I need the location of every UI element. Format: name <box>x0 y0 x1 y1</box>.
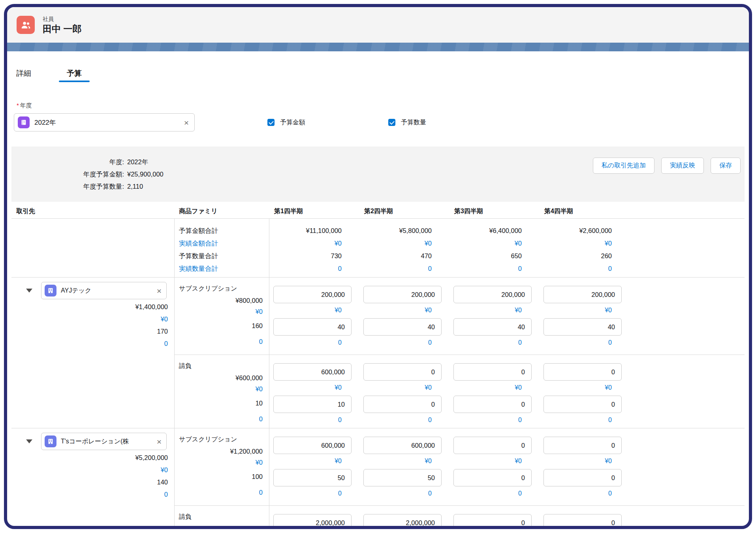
quantity-input-q1[interactable] <box>273 396 352 413</box>
collapse-chevron-icon[interactable] <box>26 289 32 293</box>
summary-year-label: 年度: <box>11 156 124 168</box>
quarter-cell-q4: ¥00 <box>540 355 630 428</box>
quantity-input-q1[interactable] <box>273 469 352 486</box>
amount-input-q1[interactable] <box>273 363 352 381</box>
quantity-input-q3[interactable] <box>453 396 532 413</box>
totals-value: ¥11,100,000 <box>269 224 342 237</box>
employee-icon <box>17 16 35 34</box>
amount-input-q3[interactable] <box>453 437 532 454</box>
account-totals: ¥1,400,000¥01700 <box>11 301 174 350</box>
family-actual-quantity: 0 <box>179 487 263 498</box>
account-pill[interactable]: T'sコーポレーション(株× <box>41 433 167 450</box>
actual-quantity-q2: 0 <box>363 415 442 426</box>
totals-label[interactable]: 実績金額合計 <box>179 237 263 250</box>
quarter-cell-q4 <box>540 506 630 529</box>
quarter-cell-q2 <box>359 506 449 529</box>
summary-amount-label: 年度予算金額: <box>11 168 124 180</box>
account-name: T'sコーポレーション(株 <box>61 437 152 446</box>
account-group: AYJテック×¥1,400,000¥01700サブスクリプション¥800,000… <box>11 278 745 428</box>
totals-quarter-cell-q3: ¥6,400,000¥06500 <box>449 219 540 277</box>
family-row: 請負 <box>175 505 745 529</box>
totals-value: 730 <box>269 250 342 262</box>
quantity-input-q2[interactable] <box>363 396 442 413</box>
amount-input-q2[interactable] <box>363 437 442 454</box>
quarter-cell-q3 <box>449 506 540 529</box>
budget-table-header: 取引先 商品ファミリ 第1四半期 第2四半期 第3四半期 第4四半期 <box>11 202 745 219</box>
family-actual-amount: ¥0 <box>179 306 263 317</box>
amount-input-q1[interactable] <box>273 514 352 529</box>
quarter-cell-q2: ¥00 <box>359 278 449 355</box>
quantity-input-q2[interactable] <box>363 318 442 336</box>
family-name: 請負 <box>179 511 263 522</box>
account-amount: ¥5,200,000 <box>11 452 168 464</box>
quantity-input-q4[interactable] <box>543 396 622 413</box>
budget-amount-checkbox[interactable]: 予算金額 <box>267 118 305 127</box>
collapse-chevron-icon[interactable] <box>26 439 32 443</box>
quantity-input-q1[interactable] <box>273 318 352 336</box>
totals-quarter-cell-q4: ¥2,600,000¥02600 <box>540 219 630 277</box>
quantity-input-q4[interactable] <box>543 469 622 486</box>
budget-quantity-checkbox[interactable]: 予算数量 <box>388 118 426 127</box>
add-my-accounts-button[interactable]: 私の取引先追加 <box>593 158 654 174</box>
family-name: サブスクリプション <box>179 434 263 445</box>
totals-value: 0 <box>269 262 342 275</box>
column-header-q1: 第1四半期 <box>269 207 359 216</box>
tab-budget[interactable]: 予算 <box>59 65 90 82</box>
family-amount: ¥1,200,000 <box>179 446 263 457</box>
year-field-label: *年度 <box>17 101 749 109</box>
amount-input-q1[interactable] <box>273 286 352 303</box>
amount-input-q4[interactable] <box>543 363 622 381</box>
actual-quantity-q2: 0 <box>363 488 442 499</box>
amount-input-q2[interactable] <box>363 363 442 381</box>
budget-amount-checkbox-label: 予算金額 <box>280 118 305 127</box>
amount-input-q3[interactable] <box>453 514 532 529</box>
actual-amount-q3: ¥0 <box>453 305 532 316</box>
budget-filter-form: *年度 2022年 × 予算金額 予 <box>7 101 749 131</box>
spacer <box>630 219 745 277</box>
family-cell: サブスクリプション¥800,000¥01600 <box>175 278 269 355</box>
account-remove-icon[interactable]: × <box>157 287 162 295</box>
actual-amount-q1: ¥0 <box>273 382 352 393</box>
totals-row: 予算金額合計実績金額合計予算数量合計実績数量合計¥11,100,000¥0730… <box>11 219 745 278</box>
actual-quantity-q4: 0 <box>543 488 622 499</box>
amount-input-q3[interactable] <box>453 363 532 381</box>
family-name: 請負 <box>179 360 263 372</box>
totals-value: 260 <box>540 250 612 262</box>
amount-input-q1[interactable] <box>273 437 352 454</box>
save-button[interactable]: 保存 <box>711 158 741 174</box>
family-quantity: 10 <box>179 398 263 409</box>
family-name: サブスクリプション <box>179 283 263 294</box>
family-row: サブスクリプション¥1,200,000¥01000¥00¥00¥00¥00 <box>175 428 745 505</box>
amount-input-q4[interactable] <box>543 437 622 454</box>
totals-label[interactable]: 実績数量合計 <box>179 262 263 275</box>
action-buttons: 私の取引先追加 実績反映 保存 <box>593 158 741 174</box>
column-header-product-family: 商品ファミリ <box>175 207 269 216</box>
amount-input-q4[interactable] <box>543 286 622 303</box>
account-pill[interactable]: AYJテック× <box>41 282 167 299</box>
quantity-input-q2[interactable] <box>363 469 442 486</box>
amount-input-q4[interactable] <box>543 514 622 529</box>
amount-input-q2[interactable] <box>363 286 442 303</box>
actual-amount-q2: ¥0 <box>363 305 442 316</box>
quarter-cell-q2: ¥00 <box>359 428 449 505</box>
year-clear-icon[interactable]: × <box>184 118 189 127</box>
totals-quarter-cell-q1: ¥11,100,000¥07300 <box>269 219 359 277</box>
quarter-cell-q1: ¥00 <box>269 355 359 428</box>
reflect-actuals-button[interactable]: 実績反映 <box>661 158 704 174</box>
tab-details[interactable]: 詳細 <box>8 65 39 82</box>
year-lookup-field[interactable]: 2022年 × <box>14 113 195 131</box>
amount-input-q2[interactable] <box>363 514 442 529</box>
totals-value: ¥0 <box>449 237 522 250</box>
account-remove-icon[interactable]: × <box>157 437 162 446</box>
account-actual-quantity: 0 <box>11 338 168 350</box>
quantity-input-q3[interactable] <box>453 318 532 336</box>
budget-table-body: 予算金額合計実績金額合計予算数量合計実績数量合計¥11,100,000¥0730… <box>11 219 745 529</box>
family-actual-amount: ¥0 <box>179 383 263 394</box>
amount-input-q3[interactable] <box>453 286 532 303</box>
family-quantity: 160 <box>179 320 263 331</box>
quarter-cell-q4: ¥00 <box>540 428 630 505</box>
quantity-input-q3[interactable] <box>453 469 532 486</box>
family-rows: サブスクリプション¥800,000¥01600¥00¥00¥00¥00請負¥60… <box>175 278 745 428</box>
quarter-cell-q1: ¥00 <box>269 278 359 355</box>
quantity-input-q4[interactable] <box>543 318 622 336</box>
